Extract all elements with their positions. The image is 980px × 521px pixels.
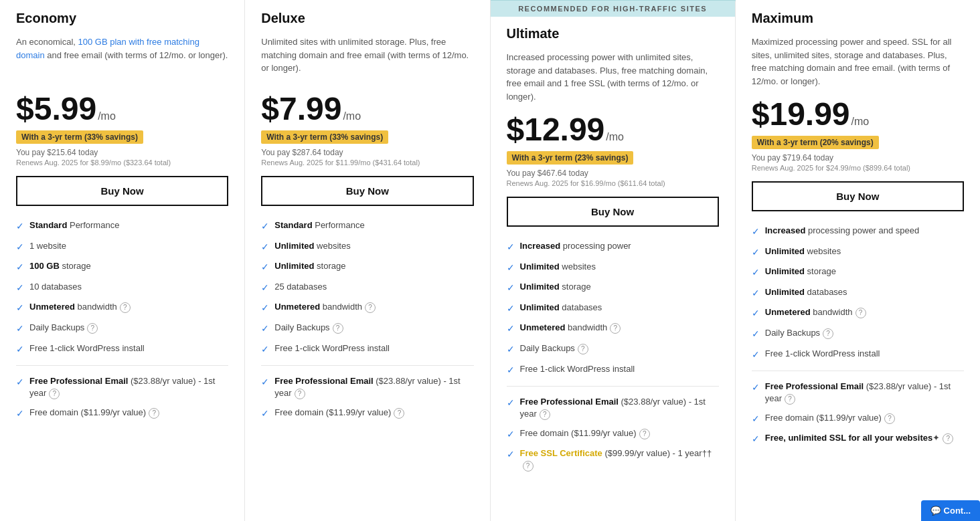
chat-widget[interactable]: 💬 Cont... [921,500,980,521]
check-icon: ✓ [16,343,24,356]
check-icon: ✓ [507,241,515,254]
check-icon: ✓ [16,407,24,421]
feature-item: ✓Unlimited websites [507,261,719,275]
check-icon: ✓ [752,328,760,341]
info-icon[interactable]: ? [855,308,866,318]
feature-text: Free 1-click WordPress install [29,342,228,354]
info-icon[interactable]: ? [639,429,650,439]
info-icon[interactable]: ? [540,409,550,420]
check-icon: ✓ [507,364,515,377]
check-icon: ✓ [16,376,24,389]
price-amount-economy: $5.99 [16,93,96,125]
feature-text: Unmetered bandwidth? [520,322,719,334]
feature-item: ✓Unmetered bandwidth? [752,306,964,320]
feature-bold: Unlimited [274,241,314,251]
feature-item: ✓Unlimited storage [752,266,964,280]
features-list-economy: ✓Standard Performance✓1 website✓100 GB s… [16,219,228,420]
feature-bold: Free Professional Email [765,381,864,391]
check-icon: ✓ [507,322,515,336]
info-icon[interactable]: ? [943,433,953,444]
feature-item: ✓Unmetered bandwidth? [16,301,228,315]
feature-item: ✓Daily Backups? [752,327,964,341]
feature-divider [16,362,228,369]
price-row-economy: $5.99/mo [16,93,228,125]
feature-text: Free 1-click WordPress install [765,348,964,360]
info-icon[interactable]: ? [149,408,159,419]
check-icon: ✓ [507,397,515,410]
feature-text: Free Professional Email ($23.88/yr value… [765,381,964,405]
info-icon[interactable]: ? [523,461,534,472]
plan-name-maximum: Maximum [752,11,964,26]
feature-bold: Increased [520,241,561,251]
price-period-ultimate: /mo [606,131,624,143]
info-icon[interactable]: ? [365,302,376,313]
price-row-ultimate: $12.99/mo [507,114,719,146]
feature-item: ✓Unmetered bandwidth? [507,322,719,336]
feature-item: ✓Free 1-click WordPress install [16,342,228,356]
info-icon[interactable]: ? [295,389,305,399]
price-amount-deluxe: $7.99 [261,93,341,125]
info-icon[interactable]: ? [87,323,98,334]
buy-btn-maximum[interactable]: Buy Now [752,181,964,211]
feature-text: Unlimited databases [765,286,964,298]
plan-name-deluxe: Deluxe [261,11,473,26]
check-icon: ✓ [752,348,760,362]
feature-bold: Unmetered [520,322,566,332]
feature-item: ✓Free 1-click WordPress install [261,342,473,356]
feature-text: Unlimited databases [520,302,719,314]
feature-text: Unmetered bandwidth? [274,301,473,313]
info-icon[interactable]: ? [610,323,621,334]
savings-badge-deluxe: With a 3-yr term (33% savings) [261,130,388,144]
feature-text: Unlimited storage [765,266,964,278]
info-icon[interactable]: ? [884,413,895,424]
info-icon[interactable]: ? [49,389,60,399]
feature-item: ✓Unlimited storage [261,260,473,274]
feature-bold: Free, unlimited SSL for all your website… [765,433,932,443]
plans-container: EconomyAn economical, 100 GB plan with f… [0,0,980,521]
check-icon: ✓ [16,261,24,274]
buy-btn-economy[interactable]: Buy Now [16,176,228,206]
check-icon: ✓ [261,322,269,336]
feature-text: Free domain ($11.99/yr value)? [274,407,473,419]
info-icon[interactable]: ? [578,344,588,354]
feature-text: Standard Performance [29,219,228,231]
feature-text: Free domain ($11.99/yr value)? [29,407,228,419]
feature-item: ✓Free Professional Email ($23.88/yr valu… [507,396,719,420]
buy-btn-deluxe[interactable]: Buy Now [261,176,473,206]
info-icon[interactable]: ? [394,408,404,419]
feature-text: 10 databases [29,281,228,293]
buy-btn-ultimate[interactable]: Buy Now [507,197,719,227]
feature-item: ✓Unlimited databases [752,286,964,300]
pay-today-ultimate: You pay $467.64 today [507,169,719,178]
info-icon[interactable]: ? [120,302,131,313]
feature-item: ✓Unlimited databases [507,302,719,316]
feature-bold: Unmetered [274,302,320,312]
check-icon: ✓ [752,433,760,446]
feature-item: ✓Free 1-click WordPress install [752,348,964,362]
check-icon: ✓ [752,225,760,239]
plan-col-economy: EconomyAn economical, 100 GB plan with f… [0,0,245,521]
feature-text: Unlimited websites [274,240,473,252]
check-icon: ✓ [261,220,269,233]
check-icon: ✓ [752,246,760,259]
feature-text: Increased processing power [520,240,719,252]
plan-col-ultimate: RECOMMENDED FOR HIGH-TRAFFIC SITESUltima… [491,0,736,521]
info-icon[interactable]: ? [823,328,833,339]
info-icon[interactable]: ? [785,394,795,405]
check-icon: ✓ [261,376,269,389]
check-icon: ✓ [16,302,24,315]
feature-item: ✓Free Professional Email ($23.88/yr valu… [16,375,228,399]
pay-today-economy: You pay $215.64 today [16,148,228,157]
feature-bold: Unmetered [765,307,811,317]
feature-item: ✓Free Professional Email ($23.88/yr valu… [752,381,964,405]
info-icon[interactable]: ? [333,323,343,334]
recommended-banner: RECOMMENDED FOR HIGH-TRAFFIC SITES [491,1,735,17]
feature-text: Unlimited websites [520,261,719,273]
check-icon: ✓ [752,287,760,300]
savings-badge-economy: With a 3-yr term (33% savings) [16,130,143,144]
price-row-deluxe: $7.99/mo [261,93,473,125]
feature-item: ✓Unlimited websites [752,245,964,259]
pay-today-deluxe: You pay $287.64 today [261,148,473,157]
feature-item: ✓Daily Backups? [507,342,719,356]
check-icon: ✓ [507,428,515,441]
